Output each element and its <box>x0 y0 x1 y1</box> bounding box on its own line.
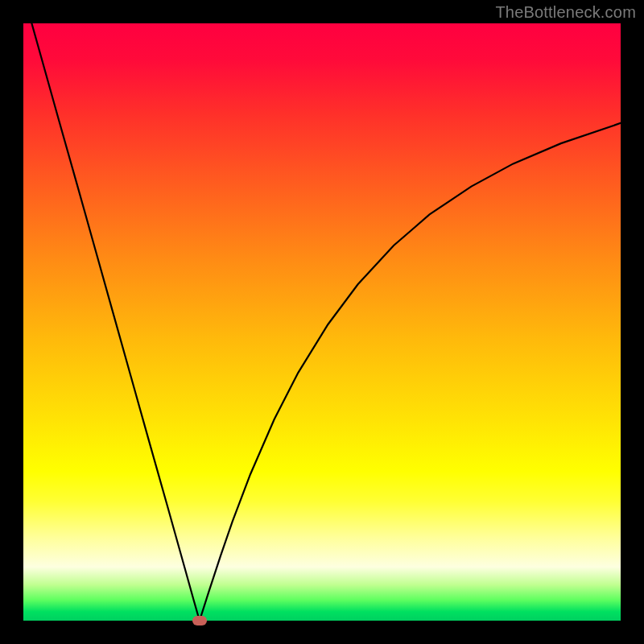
chart-curve-svg <box>23 23 621 621</box>
bottleneck-curve <box>23 23 621 621</box>
curve-minimum-marker <box>192 616 207 625</box>
chart-frame: TheBottleneck.com <box>0 0 644 644</box>
chart-plot-area <box>23 23 621 621</box>
watermark-text: TheBottleneck.com <box>495 3 636 22</box>
